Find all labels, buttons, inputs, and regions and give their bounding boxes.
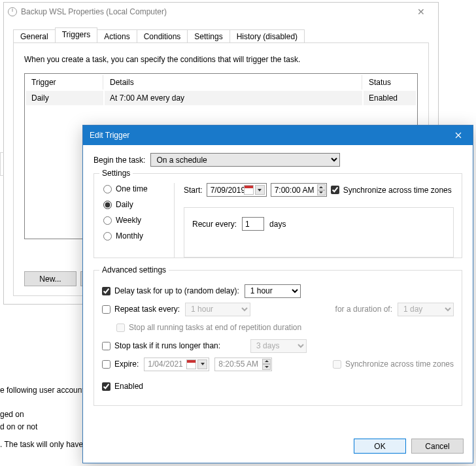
modal-title: Edit Trigger [90, 131, 129, 140]
start-time-value: 7:00:00 AM [275, 186, 314, 195]
spinner-icon [317, 184, 326, 195]
begin-task-label: Begin the task: [94, 156, 145, 165]
start-date-picker[interactable]: 7/09/2019 [207, 183, 267, 197]
stop-if-label: Stop task if it runs longer than: [114, 341, 220, 350]
col-details[interactable]: Details [105, 75, 362, 90]
frequency-options: One time Daily Weekly Monthly [102, 183, 165, 258]
freq-one-time[interactable]: One time [103, 184, 161, 193]
edit-trigger-dialog: Edit Trigger Begin the task: On a schedu… [82, 125, 473, 463]
expire-sync-label: Synchronize across time zones [345, 359, 454, 369]
repeat-every-select[interactable]: 1 hour [185, 303, 250, 316]
new-button[interactable]: New... [24, 271, 76, 286]
enabled-label: Enabled [114, 382, 143, 391]
expire-time-picker[interactable]: 8:20:55 AM [214, 358, 272, 371]
freq-monthly-label: Monthly [116, 231, 143, 241]
cell-details: At 7:00 AM every day [105, 91, 362, 105]
col-trigger[interactable]: Trigger [26, 75, 103, 90]
delay-checkbox[interactable]: Delay task for up to (random delay): [102, 286, 239, 295]
expire-date-picker[interactable]: 1/04/2021 [144, 358, 209, 371]
expire-label: Expire: [114, 359, 139, 369]
modal-close-button[interactable] [443, 125, 473, 145]
freq-weekly-label: Weekly [116, 216, 141, 225]
expire-time-value: 8:20:55 AM [218, 359, 258, 369]
settings-group: Settings One time Daily Weekly Monthly S… [94, 173, 462, 258]
bg-text: . The task will only have [0, 440, 83, 449]
sync-tz-label: Synchronize across time zones [343, 186, 452, 195]
stop-if-value-select[interactable]: 3 days [250, 339, 307, 353]
bg-text: ged on [0, 410, 24, 419]
start-date-value: 7/09/2019 [211, 186, 245, 195]
recur-label: Recur every: [192, 220, 237, 229]
repeat-checkbox[interactable]: Repeat task every: [102, 305, 180, 314]
stop-all-checkbox[interactable]: Stop all running tasks at end of repetit… [116, 323, 301, 332]
tab-conditions[interactable]: Conditions [137, 29, 188, 43]
parent-titlebar: Backup WSL Properties (Local Computer) ✕ [4, 3, 438, 21]
bg-border-fragment [0, 152, 4, 176]
bg-text: e following user account [0, 386, 84, 395]
vertical-separator [174, 183, 175, 258]
cancel-button[interactable]: Cancel [411, 439, 464, 454]
tab-actions[interactable]: Actions [97, 29, 137, 43]
repeat-for-label: for a duration of: [335, 305, 392, 314]
advanced-legend: Advanced settings [99, 265, 169, 275]
enabled-checkbox[interactable]: Enabled [102, 382, 143, 391]
tab-triggers[interactable]: Triggers [55, 27, 98, 42]
spinner-icon [262, 359, 271, 370]
ok-button[interactable]: OK [354, 439, 406, 454]
freq-weekly[interactable]: Weekly [103, 216, 161, 225]
expire-sync-checkbox[interactable]: Synchronize across time zones [333, 359, 454, 369]
delay-label: Delay task for up to (random delay): [114, 286, 239, 295]
close-icon [455, 132, 462, 139]
recur-value-input[interactable] [242, 217, 264, 231]
start-label: Start: [184, 186, 203, 195]
tab-history[interactable]: History (disabled) [230, 29, 305, 43]
clock-icon [8, 7, 17, 16]
settings-legend: Settings [99, 169, 133, 178]
bg-text: d on or not [0, 422, 37, 431]
stop-all-label: Stop all running tasks at end of repetit… [129, 323, 301, 332]
expire-date-value: 1/04/2021 [148, 359, 182, 369]
table-row[interactable]: Daily At 7:00 AM every day Enabled [26, 91, 416, 105]
recur-unit: days [269, 220, 286, 229]
col-status[interactable]: Status [364, 75, 416, 90]
start-time-picker[interactable]: 7:00:00 AM [271, 183, 327, 197]
repeat-duration-select[interactable]: 1 day [398, 303, 454, 316]
tab-general[interactable]: General [13, 29, 56, 43]
chevron-down-icon [255, 185, 265, 195]
freq-one-time-label: One time [116, 184, 148, 193]
stop-if-checkbox[interactable]: Stop task if it runs longer than: [102, 341, 220, 350]
modal-footer: OK Cancel [83, 432, 473, 463]
recur-panel: Recur every: days [184, 207, 454, 258]
begin-task-select[interactable]: On a schedule [150, 153, 340, 167]
parent-title: Backup WSL Properties (Local Computer) [21, 7, 167, 16]
advanced-group: Advanced settings Delay task for up to (… [94, 270, 462, 406]
intro-text: When you create a task, you can specify … [24, 55, 418, 64]
delay-value-select[interactable]: 1 hour [245, 284, 301, 298]
expire-checkbox[interactable]: Expire: [102, 359, 139, 369]
chevron-down-icon [197, 359, 207, 369]
sync-tz-checkbox[interactable]: Synchronize across time zones [331, 186, 452, 195]
cell-status: Enabled [364, 91, 416, 105]
freq-daily-label: Daily [116, 200, 133, 209]
tab-settings[interactable]: Settings [187, 29, 230, 43]
freq-monthly[interactable]: Monthly [103, 231, 161, 241]
tabstrip: General Triggers Actions Conditions Sett… [13, 27, 429, 42]
modal-titlebar: Edit Trigger [83, 125, 473, 145]
close-icon[interactable]: ✕ [408, 7, 434, 17]
calendar-icon [244, 185, 254, 195]
cell-trigger: Daily [26, 91, 103, 105]
calendar-icon [186, 359, 196, 369]
repeat-label: Repeat task every: [114, 305, 180, 314]
freq-daily[interactable]: Daily [103, 200, 161, 209]
